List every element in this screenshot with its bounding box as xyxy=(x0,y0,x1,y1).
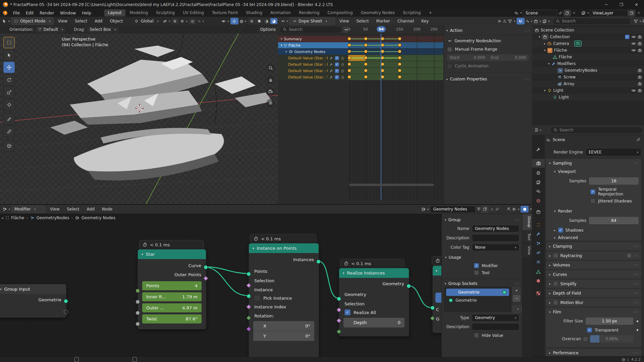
outliner-row-flaeche-object[interactable]: ▾▽Fläche xyxy=(532,47,644,54)
menu-file[interactable]: File xyxy=(10,9,23,17)
tool-measure[interactable] xyxy=(3,126,15,137)
star-points-field[interactable]: Points4 xyxy=(142,281,202,290)
panel-grip[interactable]: ∷∷ xyxy=(515,218,520,222)
socket-hidden-c-in[interactable] xyxy=(430,306,435,310)
outliner-display-mode-icon[interactable] xyxy=(534,19,541,23)
transparent-checkbox[interactable] xyxy=(587,327,592,333)
breadcrumb-modifier[interactable]: GeometryNodes xyxy=(37,216,69,220)
channel-lock-icon[interactable] xyxy=(341,69,344,73)
channel-mute-checkbox[interactable] xyxy=(335,56,339,60)
tab-texture-icon[interactable] xyxy=(532,289,545,297)
channel-summary[interactable]: ▾Summary xyxy=(278,36,351,42)
tool-rotate[interactable] xyxy=(3,74,15,85)
sampling-title[interactable]: Sampling xyxy=(553,161,572,166)
shading-solid-icon[interactable] xyxy=(256,18,263,24)
tab-render-icon[interactable] xyxy=(532,159,545,168)
channel-lock-icon[interactable] xyxy=(341,56,344,60)
node-tree-icon[interactable] xyxy=(421,207,429,212)
outliner-row-screw-modifier[interactable]: Screw xyxy=(532,74,644,80)
realize-header[interactable]: ▾Realize Instances xyxy=(339,268,409,278)
ne-menu-node[interactable]: Node xyxy=(99,205,115,214)
camera-view-icon[interactable] xyxy=(266,87,275,96)
proportional-edit-icon[interactable]: ◎ xyxy=(189,18,196,24)
panel-grip[interactable]: ∷∷ xyxy=(515,282,520,286)
socket-iop-points-in[interactable] xyxy=(247,272,251,276)
custom-properties-title[interactable]: Custom Properties xyxy=(450,77,487,81)
zoom-icon[interactable] xyxy=(266,64,275,72)
snap-target-icon[interactable] xyxy=(180,19,187,23)
raytracing-presets-icon[interactable]: ☷ xyxy=(628,253,631,258)
tab-object-icon[interactable]: ⛶ xyxy=(532,221,545,229)
socket-type-dropdown[interactable]: Geometry xyxy=(472,314,519,321)
tab-tool-icon[interactable] xyxy=(532,145,545,154)
copy-viewlayer-button[interactable] xyxy=(628,10,635,16)
tab-object-data-icon[interactable] xyxy=(532,268,545,276)
menu-help[interactable]: Help xyxy=(79,9,94,17)
object-visibility-icon[interactable] xyxy=(221,19,229,23)
node-instance-on-points[interactable]: ▾Instance on Points Instances Points Sel… xyxy=(249,243,319,357)
realize-depth-field[interactable]: Depth0 xyxy=(343,318,405,327)
workspace-tab-compositing[interactable]: Compositing xyxy=(324,9,356,16)
tool-annotate[interactable] xyxy=(3,113,15,125)
channel-lock-icon[interactable] xyxy=(341,63,344,66)
keyframe[interactable] xyxy=(364,56,368,60)
socket-star-twist-in[interactable] xyxy=(136,322,140,326)
animate-dot[interactable] xyxy=(637,329,638,331)
simplify-collapse-icon[interactable]: ▸ xyxy=(549,282,551,286)
workspace-tab-rendering[interactable]: Rendering xyxy=(295,9,323,16)
drag-dropdown[interactable]: Select Box xyxy=(87,26,118,33)
viewport-menu-view[interactable]: View xyxy=(55,17,70,25)
cursor-follow-icon[interactable]: ⊳ xyxy=(498,19,501,23)
channel-star-inner[interactable]: Default Value (Star : Inne xyxy=(278,61,358,67)
viewlayer-selector[interactable]: ViewLayer xyxy=(590,10,628,16)
keyframe[interactable] xyxy=(347,37,351,41)
keyframe[interactable] xyxy=(364,75,368,79)
socket-realize-geometry-in[interactable] xyxy=(337,297,341,301)
performance-collapse-icon[interactable]: ▸ xyxy=(549,351,551,355)
shading-rendered-icon[interactable]: ◕ xyxy=(270,18,277,24)
group-panel-title[interactable]: Group xyxy=(448,218,461,222)
viewport-collapse-icon[interactable]: ▾ xyxy=(554,170,556,173)
dof-title[interactable]: Depth of Field xyxy=(553,291,581,296)
group-sockets-title[interactable]: Group Sockets xyxy=(448,281,478,286)
tool-move[interactable] xyxy=(3,62,15,73)
add-workspace-button[interactable]: + xyxy=(425,9,436,16)
keyframe[interactable] xyxy=(347,56,351,60)
socket-star-inner-in[interactable] xyxy=(136,300,140,304)
render-samples-field[interactable]: 64 xyxy=(589,217,639,224)
tab-constraints-icon[interactable] xyxy=(532,258,545,266)
new-collection-icon[interactable]: ⊞ xyxy=(642,19,644,23)
advanced-title[interactable]: Advanced xyxy=(558,235,578,240)
pin-id-icon[interactable] xyxy=(636,137,641,142)
tab-view-layer-icon[interactable] xyxy=(532,178,545,186)
simplify-checkbox[interactable] xyxy=(553,281,558,286)
keyframe[interactable] xyxy=(364,69,368,72)
tab-collection-icon[interactable] xyxy=(532,208,545,216)
editor-type-icon[interactable] xyxy=(280,19,288,23)
workspace-tab-geometry-nodes[interactable]: Geometry Nodes xyxy=(357,9,398,16)
keyframe[interactable] xyxy=(364,50,368,53)
group-description-field[interactable] xyxy=(472,234,519,242)
jittered-shadows-checkbox[interactable] xyxy=(590,198,595,203)
usage-title[interactable]: Usage xyxy=(449,255,461,260)
pan-hand-icon[interactable] xyxy=(266,75,275,84)
performance-title[interactable]: Performance xyxy=(553,351,579,355)
viewlayer-icon[interactable] xyxy=(580,10,590,16)
render-engine-dropdown[interactable]: EEVEE xyxy=(586,148,641,156)
sidebar-tab-view[interactable]: View xyxy=(523,243,532,258)
socket-star-outer-in[interactable] xyxy=(136,311,140,315)
outliner-row-light-object[interactable]: ▾Light xyxy=(532,87,644,94)
node-star[interactable]: ▾Star Curve Outer Points Points4 Inner R… xyxy=(138,249,206,329)
minimize-button[interactable]: ─ xyxy=(599,0,614,9)
camera-visibility-icon[interactable] xyxy=(638,68,642,73)
outliner-search-input[interactable]: Search xyxy=(552,18,631,25)
breadcrumb-tree[interactable]: Geometry Nodes xyxy=(82,216,115,220)
shadows-checkbox[interactable] xyxy=(558,228,563,233)
outliner-row-collection[interactable]: ▾Collection xyxy=(532,34,644,40)
color-tag-dropdown[interactable]: None xyxy=(472,244,519,251)
transform-orientation-dropdown[interactable]: Global xyxy=(132,18,161,24)
node-snap-icon[interactable] xyxy=(512,207,519,212)
keyframe[interactable] xyxy=(347,69,351,72)
outliner-row-camera[interactable]: ▸Camera xyxy=(532,40,644,47)
overscan-checkbox[interactable] xyxy=(583,337,588,342)
